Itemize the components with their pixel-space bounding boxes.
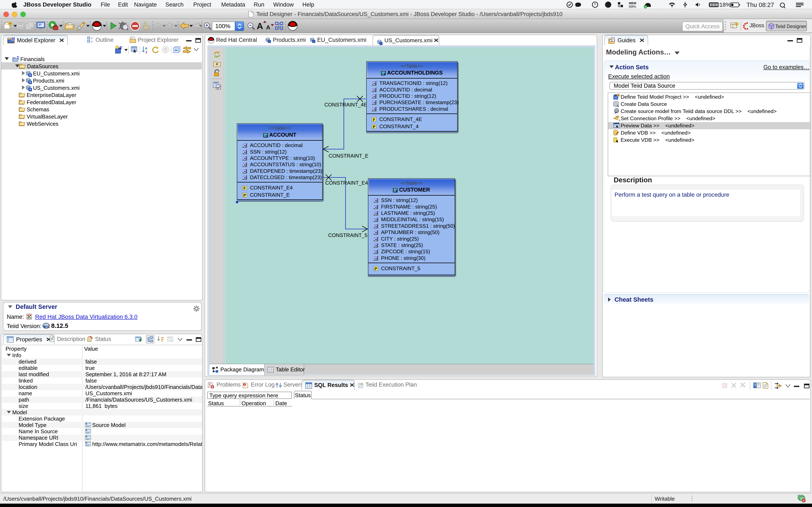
svg-text:CONSTRAINT_E: CONSTRAINT_E bbox=[328, 153, 368, 159]
svg-text:CONSTRAINT_5: CONSTRAINT_5 bbox=[328, 232, 367, 238]
svg-text:T: T bbox=[17, 56, 19, 60]
svg-text:CONSTRAINT_E4: CONSTRAINT_E4 bbox=[325, 180, 368, 186]
svg-text:CONSTRAINT_4E: CONSTRAINT_4E bbox=[324, 102, 367, 108]
svg-text:18%: 18% bbox=[719, 2, 731, 8]
svg-text:Thu 08:27: Thu 08:27 bbox=[747, 1, 774, 8]
svg-text:69%: 69% bbox=[629, 5, 636, 8]
svg-text:MEM: MEM bbox=[629, 1, 636, 5]
